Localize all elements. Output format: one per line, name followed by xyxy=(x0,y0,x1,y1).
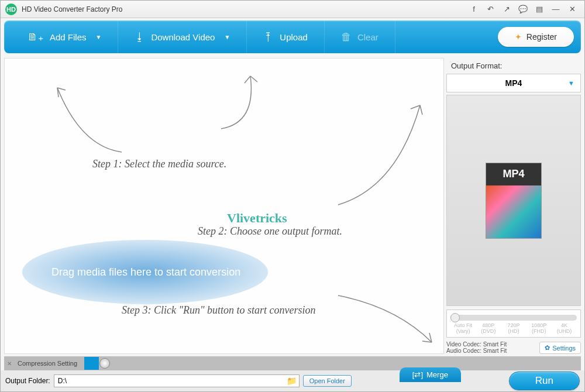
open-folder-label: Open Folder xyxy=(309,377,345,384)
selected-format-text: MP4 xyxy=(505,78,522,88)
register-icon: ✦ xyxy=(515,32,522,42)
sidebar: Output Format: MP4 ▼ MP4 Auto Fit(Vary) … xyxy=(446,58,581,354)
format-preview-box: MP4 xyxy=(446,95,581,306)
undo-icon[interactable]: ↶ xyxy=(483,4,498,15)
facebook-icon[interactable]: f xyxy=(466,4,481,15)
settings-label: Settings xyxy=(552,345,576,352)
close-icon[interactable]: ✕ xyxy=(565,4,580,15)
codec-info: Video Codec: Smart Fit Audio Codec: Smar… xyxy=(446,341,536,354)
watermark-text: Vlivetricks xyxy=(227,211,287,226)
register-button[interactable]: ✦ Register xyxy=(498,27,574,47)
share-icon[interactable]: ↗ xyxy=(499,4,514,15)
slider-track[interactable] xyxy=(450,315,577,321)
message-icon[interactable]: 💬 xyxy=(515,4,531,15)
download-video-label: Download Video xyxy=(151,32,215,42)
output-format-selector[interactable]: MP4 ▼ xyxy=(446,74,581,92)
chevron-down-icon: ▼ xyxy=(568,80,574,87)
upload-label: Upload xyxy=(280,32,308,42)
step1-text: Step 1: Select the media source. xyxy=(92,158,226,170)
resolution-slider[interactable]: Auto Fit(Vary) 480P(DVD) 720P(HD) 1080P(… xyxy=(446,310,581,338)
clear-label: Clear xyxy=(357,32,378,42)
menu-icon[interactable]: ▤ xyxy=(532,4,547,15)
output-folder-input[interactable]: D:\ 📁 xyxy=(54,374,300,387)
upload-icon: ⭱ xyxy=(263,31,274,43)
app-logo-icon: HD xyxy=(5,4,17,15)
compression-bar: Compression Setting xyxy=(4,356,581,370)
open-folder-button[interactable]: Open Folder xyxy=(303,375,352,387)
register-label: Register xyxy=(526,32,557,42)
step2-text: Step 2: Choose one output format. xyxy=(198,225,342,238)
add-files-button[interactable]: 🗎₊ Add Files ▼ xyxy=(11,20,118,53)
run-label: Run xyxy=(535,375,553,386)
compression-label: Compression Setting xyxy=(5,357,84,370)
output-folder-value: D:\ xyxy=(58,377,67,385)
add-files-label: Add Files xyxy=(50,32,87,42)
folder-icon[interactable]: 📁 xyxy=(287,376,297,386)
gear-icon: ✿ xyxy=(545,344,550,352)
clear-button[interactable]: 🗑 Clear xyxy=(325,20,395,53)
chevron-down-icon: ▼ xyxy=(224,34,230,40)
add-file-icon: 🗎₊ xyxy=(27,30,44,43)
titlebar: HD HD Video Converter Factory Pro f ↶ ↗ … xyxy=(1,1,584,18)
thumb-image xyxy=(486,185,541,238)
run-button[interactable]: Run xyxy=(509,372,580,390)
merge-button[interactable]: [⇄] Merge xyxy=(400,367,461,382)
compression-slider[interactable] xyxy=(84,357,580,370)
settings-button[interactable]: ✿ Settings xyxy=(539,342,581,354)
chevron-down-icon: ▼ xyxy=(96,34,102,40)
format-thumbnail: MP4 xyxy=(486,163,542,239)
step3-text: Step 3: Click "Run" button to start conv… xyxy=(122,304,316,317)
download-video-button[interactable]: ⭳ Download Video ▼ xyxy=(118,20,247,53)
bottom-bar: Output Folder: D:\ 📁 Open Folder [⇄] Mer… xyxy=(1,370,584,391)
merge-label: Merge xyxy=(426,370,448,379)
trash-icon: 🗑 xyxy=(341,31,352,43)
merge-icon: [⇄] xyxy=(412,370,423,379)
output-folder-label: Output Folder: xyxy=(5,377,50,385)
thumb-label: MP4 xyxy=(486,163,541,185)
video-codec-text: Video Codec: Smart Fit xyxy=(446,341,536,348)
upload-button[interactable]: ⭱ Upload xyxy=(247,20,325,53)
drop-canvas[interactable]: Step 1: Select the media source. Vlivetr… xyxy=(4,58,444,354)
output-format-label: Output Format: xyxy=(446,58,581,74)
minimize-icon[interactable]: — xyxy=(548,4,563,15)
audio-codec-text: Audio Codec: Smart Fit xyxy=(446,348,536,354)
resolution-labels: Auto Fit(Vary) 480P(DVD) 720P(HD) 1080P(… xyxy=(450,323,577,335)
slider-thumb[interactable] xyxy=(450,313,460,322)
compression-handle[interactable] xyxy=(99,358,110,369)
main-toolbar: 🗎₊ Add Files ▼ ⭳ Download Video ▼ ⭱ Uplo… xyxy=(4,20,581,53)
download-icon: ⭳ xyxy=(135,31,145,43)
window-title: HD Video Converter Factory Pro xyxy=(22,5,466,13)
drag-hint-text: Drag media files here to start conversio… xyxy=(51,266,240,278)
